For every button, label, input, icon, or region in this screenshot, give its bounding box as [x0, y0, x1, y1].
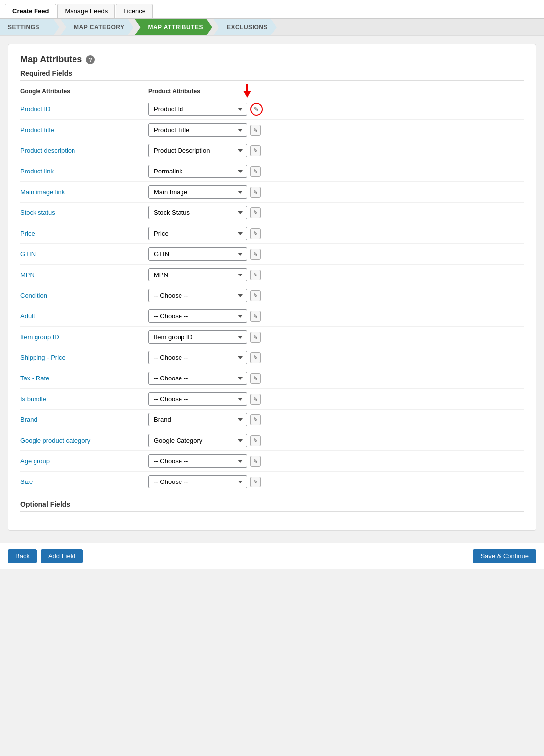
wizard-step-map-attributes[interactable]: MAP ATTRIBUTES — [134, 19, 212, 35]
attr-product-control: Product Description✎ — [148, 144, 524, 157]
attr-edit-button[interactable]: ✎ — [250, 456, 261, 467]
attr-select[interactable]: -- Choose -- — [148, 351, 247, 364]
save-continue-button[interactable]: Save & Continue — [473, 549, 536, 563]
attr-google-label: Condition — [20, 292, 148, 299]
attr-google-label: Product link — [20, 168, 148, 175]
attr-select[interactable]: Permalink — [148, 165, 247, 178]
attribute-rows: Product IDProduct Id✎Product titleProduc… — [20, 99, 524, 492]
attr-row: Google product categoryGoogle Category✎ — [20, 430, 524, 451]
attr-edit-button[interactable]: ✎ — [250, 477, 261, 487]
attr-edit-button[interactable]: ✎ — [250, 249, 261, 260]
attr-row: Age group-- Choose --✎ — [20, 451, 524, 472]
arrow-indicator — [243, 84, 251, 98]
attr-google-label: Is bundle — [20, 395, 148, 403]
attr-google-label: Product description — [20, 147, 148, 154]
attr-select[interactable]: -- Choose -- — [148, 475, 247, 488]
attr-product-control: Brand✎ — [148, 413, 524, 426]
attr-product-control: Product Title✎ — [148, 123, 524, 137]
top-tab-manage-feeds[interactable]: Manage Feeds — [57, 4, 115, 18]
wizard-step-map-category[interactable]: MAP CATEGORY — [60, 19, 133, 35]
attr-select[interactable]: Product Title — [148, 123, 247, 137]
attr-google-label: Item group ID — [20, 333, 148, 341]
attr-row: Main image linkMain Image✎ — [20, 182, 524, 203]
help-icon[interactable]: ? — [86, 55, 95, 64]
attr-edit-button[interactable]: ✎ — [250, 125, 261, 136]
attr-product-control: GTIN✎ — [148, 247, 524, 261]
attr-row: Product linkPermalink✎ — [20, 161, 524, 182]
attr-row: BrandBrand✎ — [20, 410, 524, 430]
attr-select[interactable]: Brand — [148, 413, 247, 426]
attr-google-label: MPN — [20, 271, 148, 278]
attr-edit-button[interactable]: ✎ — [250, 394, 261, 405]
bottom-left-buttons: Back Add Field — [8, 549, 83, 563]
attr-select[interactable]: GTIN — [148, 247, 247, 261]
attr-select[interactable]: MPN — [148, 268, 247, 281]
attr-edit-button[interactable]: ✎ — [250, 332, 261, 343]
attr-row: Product IDProduct Id✎ — [20, 99, 524, 120]
attr-product-control: -- Choose --✎ — [148, 392, 524, 406]
top-tabs: Create FeedManage FeedsLicence — [0, 0, 544, 19]
col-header-product: Product Attributes — [148, 88, 524, 95]
attr-google-label: Product ID — [20, 105, 148, 113]
attr-edit-button[interactable]: ✎ — [250, 414, 261, 425]
attr-row: Shipping - Price-- Choose --✎ — [20, 347, 524, 368]
attr-edit-button[interactable]: ✎ — [250, 270, 261, 280]
attr-select[interactable]: Product Id — [148, 103, 247, 116]
attr-row: Stock statusStock Status✎ — [20, 203, 524, 223]
required-section-title: Required Fields — [20, 69, 524, 77]
attr-select[interactable]: Item group ID — [148, 330, 247, 344]
attr-product-control: Price✎ — [148, 227, 524, 240]
attr-google-label: Main image link — [20, 188, 148, 196]
attr-select[interactable]: Stock Status — [148, 206, 247, 219]
attr-edit-button[interactable]: ✎ — [250, 207, 261, 218]
attr-google-label: Google product category — [20, 437, 148, 444]
divider-required — [20, 80, 524, 81]
attr-select[interactable]: -- Choose -- — [148, 454, 247, 468]
divider-optional — [20, 511, 524, 512]
wizard-step-settings[interactable]: SETTINGS — [0, 19, 59, 35]
map-attributes-card: Map Attributes ? Required Fields Google … — [8, 44, 536, 531]
main-content: Map Attributes ? Required Fields Google … — [0, 36, 544, 539]
bottom-bar: Back Add Field Save & Continue — [0, 543, 544, 569]
attr-select[interactable]: -- Choose -- — [148, 392, 247, 406]
attr-row: Condition-- Choose --✎ — [20, 285, 524, 306]
attr-product-control: Stock Status✎ — [148, 206, 524, 219]
attr-google-label: Brand — [20, 416, 148, 423]
attr-select[interactable]: -- Choose -- — [148, 372, 247, 385]
top-tab-licence[interactable]: Licence — [116, 4, 153, 18]
attr-row: GTINGTIN✎ — [20, 244, 524, 265]
attr-edit-button[interactable]: ✎ — [250, 166, 261, 177]
attr-select[interactable]: -- Choose -- — [148, 309, 247, 323]
attr-edit-button[interactable]: ✎ — [250, 228, 261, 239]
attr-select[interactable]: Main Image — [148, 185, 247, 199]
attr-edit-button[interactable]: ✎ — [250, 145, 261, 156]
attr-product-control: -- Choose --✎ — [148, 351, 524, 364]
attr-row: Item group IDItem group ID✎ — [20, 327, 524, 347]
attr-edit-button[interactable]: ✎ — [250, 435, 261, 446]
attr-edit-button[interactable]: ✎ — [250, 187, 261, 198]
attr-google-label: Age group — [20, 457, 148, 465]
attr-google-label: Size — [20, 478, 148, 485]
attr-product-control: -- Choose --✎ — [148, 454, 524, 468]
attr-edit-button[interactable]: ✎ — [250, 352, 261, 363]
top-tab-create-feed[interactable]: Create Feed — [5, 4, 56, 18]
attr-product-control: -- Choose --✎ — [148, 475, 524, 488]
attr-select[interactable]: Google Category — [148, 434, 247, 447]
wizard-step-exclusions[interactable]: EXCLUSIONS — [213, 19, 277, 35]
attr-select[interactable]: Product Description — [148, 144, 247, 157]
attr-row: Size-- Choose --✎ — [20, 472, 524, 492]
back-button[interactable]: Back — [8, 549, 37, 563]
attr-row: Is bundle-- Choose --✎ — [20, 389, 524, 410]
attr-product-control: MPN✎ — [148, 268, 524, 281]
attr-select[interactable]: Price — [148, 227, 247, 240]
attr-edit-button[interactable]: ✎ — [250, 290, 261, 301]
attr-row: Tax - Rate-- Choose --✎ — [20, 368, 524, 389]
attr-product-control: -- Choose --✎ — [148, 289, 524, 302]
attr-edit-button[interactable]: ✎ — [250, 311, 261, 322]
attr-google-label: Tax - Rate — [20, 375, 148, 382]
attr-edit-button[interactable]: ✎ — [250, 373, 261, 384]
add-field-button[interactable]: Add Field — [41, 549, 83, 563]
attr-select[interactable]: -- Choose -- — [148, 289, 247, 302]
page-title: Map Attributes — [20, 54, 82, 65]
attr-edit-button[interactable]: ✎ — [250, 103, 263, 116]
